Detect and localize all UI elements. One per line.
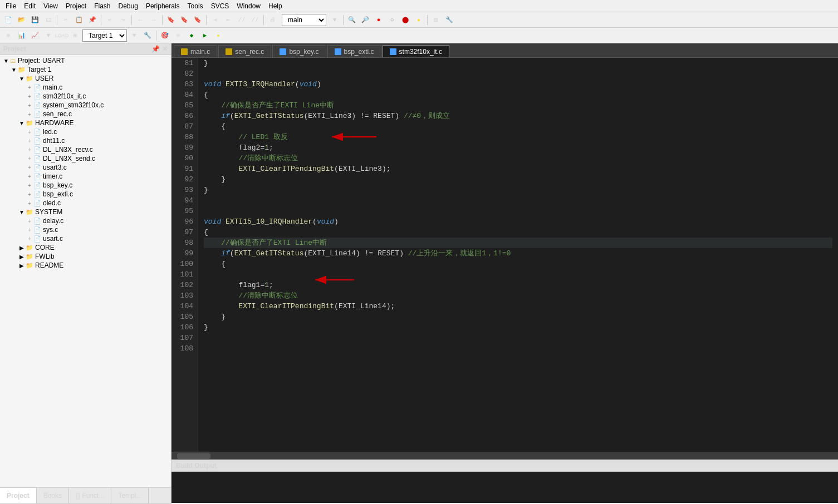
menu-peripherals[interactable]: Peripherals	[143, 1, 183, 11]
tree-expander[interactable]: +	[26, 200, 33, 206]
new-button[interactable]: 📄	[2, 14, 14, 26]
tree-item[interactable]: +📄sys.c	[0, 225, 171, 234]
tree-expander[interactable]: +	[26, 147, 33, 153]
menu-debug[interactable]: Debug	[115, 1, 141, 11]
menu-tools[interactable]: Tools	[184, 1, 207, 11]
tree-expander[interactable]: ▶	[18, 245, 26, 251]
tree-item[interactable]: ▼📁USER	[0, 74, 171, 83]
menu-help[interactable]: Help	[265, 1, 286, 11]
tree-expander[interactable]: +	[26, 102, 33, 108]
tree-item[interactable]: +📄DL_LN3X_recv.c	[0, 145, 171, 154]
tree-item[interactable]: ▶📁FWLib	[0, 252, 171, 261]
tree-item[interactable]: +📄oled.c	[0, 199, 171, 207]
tab-bsp-exti-c[interactable]: bsp_exti.c	[327, 45, 381, 57]
wrench-btn[interactable]: 🔧	[443, 14, 455, 26]
tree-expander[interactable]: ▶	[18, 263, 26, 269]
forward-button[interactable]: →	[148, 14, 160, 26]
tab-books[interactable]: Books	[37, 488, 69, 503]
t2-load[interactable]: LOAD	[56, 29, 68, 42]
tree-item[interactable]: +📄sen_rec.c	[0, 110, 171, 118]
tab-stm32-it-c[interactable]: stm32f10x_it.c	[383, 45, 449, 57]
tree-expander[interactable]: +	[26, 174, 33, 180]
tree-expander[interactable]: ▼	[2, 58, 10, 64]
tree-expander[interactable]: +	[26, 129, 33, 135]
tree-item[interactable]: +📄bsp_exti.c	[0, 190, 171, 199]
tree-expander[interactable]: +	[26, 111, 33, 117]
bookmark2-btn[interactable]: 🔖	[178, 14, 190, 26]
tree-item[interactable]: +📄main.c	[0, 83, 171, 92]
tab-main-c[interactable]: main.c	[174, 45, 217, 57]
tree-item[interactable]: +📄timer.c	[0, 172, 171, 181]
menu-project[interactable]: Project	[62, 1, 90, 11]
tree-item[interactable]: +📄delay.c	[0, 216, 171, 225]
bookmark3-btn[interactable]: 🔖	[192, 14, 204, 26]
target-dropdown[interactable]: ▼	[329, 14, 341, 26]
tree-expander[interactable]: +	[26, 138, 33, 144]
tree-expander[interactable]: +	[26, 165, 33, 171]
tab-project[interactable]: Project	[0, 488, 37, 503]
tree-item[interactable]: ▼📁Target 1	[0, 65, 171, 74]
tree-expander[interactable]: +	[26, 191, 33, 197]
run-btn[interactable]: ○	[386, 14, 398, 26]
t2-dropdown2[interactable]: ▼	[128, 29, 140, 42]
t2-target-add[interactable]: 🎯	[159, 29, 171, 42]
tree-item[interactable]: +📄dht11.c	[0, 136, 171, 145]
tree-expander[interactable]: +	[26, 156, 33, 162]
unindent-btn[interactable]: ⇤	[222, 14, 234, 26]
menu-view[interactable]: View	[40, 1, 61, 11]
copy-button[interactable]: 📋	[73, 14, 85, 26]
menu-file[interactable]: File	[2, 1, 19, 11]
menu-edit[interactable]: Edit	[21, 1, 39, 11]
undo-button[interactable]: ↩	[104, 14, 116, 26]
tree-expander[interactable]: ▼	[18, 209, 26, 215]
menu-svcs[interactable]: SVCS	[208, 1, 233, 11]
tree-expander[interactable]: ▶	[18, 254, 26, 260]
tab-sen-rec-c[interactable]: sen_rec.c	[218, 45, 271, 57]
save-all-button[interactable]: 🗂	[42, 14, 55, 26]
t2-copy2[interactable]: ⊙	[172, 29, 184, 42]
redo-button[interactable]: ↪	[117, 14, 129, 26]
tree-expander[interactable]: ▼	[10, 67, 18, 73]
tab-funct[interactable]: {} Funct...	[69, 488, 111, 503]
tree-expander[interactable]: ▼	[18, 120, 26, 126]
tree-item[interactable]: +📄led.c	[0, 127, 171, 136]
target-name[interactable]: Target 1	[82, 29, 127, 42]
t2-dropdown[interactable]: ▼	[42, 29, 55, 42]
menu-flash[interactable]: Flash	[91, 1, 114, 11]
t2-arrow[interactable]: ▶	[199, 29, 211, 42]
uncomment-btn[interactable]: //	[249, 14, 261, 26]
tree-item[interactable]: +📄system_stm32f10x.c	[0, 101, 171, 110]
search-btn[interactable]: 🔍	[346, 14, 358, 26]
tree-item[interactable]: ▼🗂Project: USART	[0, 56, 171, 65]
tree-item[interactable]: ▶📁CORE	[0, 243, 171, 252]
comment-btn[interactable]: //	[236, 14, 248, 26]
tree-expander[interactable]: +	[26, 182, 33, 189]
t2-wrench[interactable]: 🔧	[141, 29, 154, 42]
tree-item[interactable]: +📄stm32f10x_it.c	[0, 92, 171, 101]
t2-btn2[interactable]: 📊	[16, 29, 28, 42]
pin-icon[interactable]: 📌	[151, 45, 160, 53]
debug-btn[interactable]: ⬤	[399, 14, 411, 26]
run-stop-btn[interactable]: ●	[373, 14, 385, 26]
open-button[interactable]: 📂	[16, 14, 28, 26]
tab-bsp-key-c[interactable]: bsp_key.c	[272, 45, 326, 57]
tree-item[interactable]: +📄usart.c	[0, 234, 171, 243]
menu-window[interactable]: Window	[233, 1, 264, 11]
horizontal-scrollbar[interactable]	[171, 452, 838, 459]
search2-btn[interactable]: 🔎	[359, 14, 371, 26]
tree-expander[interactable]: +	[26, 218, 33, 224]
options-btn[interactable]: ★	[413, 14, 425, 26]
t2-btn4[interactable]: ⊞	[69, 29, 81, 42]
bookmark-btn[interactable]: 🔖	[165, 14, 177, 26]
tree-expander[interactable]: +	[26, 227, 33, 233]
close-panel-icon[interactable]: ✕	[162, 45, 168, 53]
back-button[interactable]: ←	[134, 14, 146, 26]
tree-expander[interactable]: ▼	[18, 76, 26, 82]
print-btn[interactable]: 🖨	[266, 14, 278, 26]
t2-star[interactable]: ✦	[212, 29, 224, 42]
tree-expander[interactable]: +	[26, 93, 33, 100]
indent-btn[interactable]: ⇥	[209, 14, 221, 26]
tree-expander[interactable]: +	[26, 85, 33, 91]
tree-item[interactable]: ▼📁SYSTEM	[0, 207, 171, 216]
tree-item[interactable]: +📄usart3.c	[0, 163, 171, 172]
